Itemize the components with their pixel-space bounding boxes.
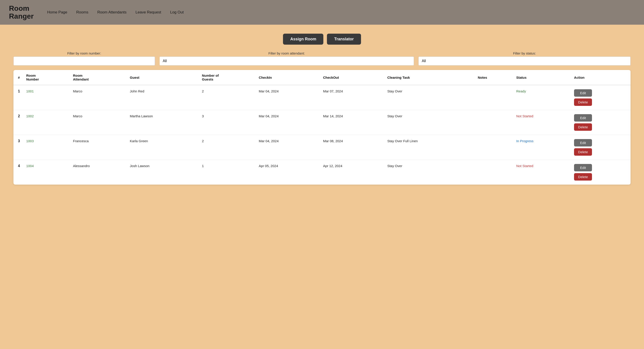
room-number-link-0[interactable]: 1001	[26, 89, 34, 93]
cell-checkin-3: Apr 05, 2024	[256, 160, 320, 185]
cell-room-number-3: 1004	[23, 160, 70, 185]
table-row: 2 1002 Marco Martha Lawson 3 Mar 04, 202…	[14, 110, 630, 135]
cell-cleaning-task-1: Stay Over	[384, 110, 475, 135]
status-badge-3: Not Started	[516, 164, 533, 168]
filter-attendant-label: Filter by room attendant:	[160, 51, 414, 55]
edit-button-0[interactable]: Edit	[574, 89, 592, 97]
col-room-number: RoomNumber	[23, 70, 70, 85]
assign-room-button[interactable]: Assign Room	[283, 34, 323, 45]
cell-room-number-1: 1002	[23, 110, 70, 135]
action-buttons-0: Edit Delete	[574, 89, 628, 106]
room-number-link-2[interactable]: 1003	[26, 139, 34, 143]
cell-index-0: 1	[14, 85, 23, 110]
cell-notes-1	[475, 110, 513, 135]
edit-button-1[interactable]: Edit	[574, 114, 592, 122]
col-checkout: CheckOut	[320, 70, 384, 85]
cell-room-number-0: 1001	[23, 85, 70, 110]
cell-index-1: 2	[14, 110, 23, 135]
cell-notes-0	[475, 85, 513, 110]
assignments-table-container: # RoomNumber RoomAttendant Guest Number …	[14, 70, 630, 184]
nav-logout[interactable]: Log Out	[170, 10, 184, 14]
cell-guest-0: John Red	[127, 85, 199, 110]
edit-button-3[interactable]: Edit	[574, 164, 592, 171]
col-num-guests: Number ofGuests	[199, 70, 256, 85]
cell-guest-1: Martha Lawson	[127, 110, 199, 135]
cell-cleaning-task-2: Stay Over Full Linen	[384, 135, 475, 160]
col-guest: Guest	[127, 70, 199, 85]
cell-checkout-2: Mar 08, 2024	[320, 135, 384, 160]
cell-status-3: Not Started	[513, 160, 571, 185]
status-badge-1: Not Started	[516, 114, 533, 118]
filter-attendant-group: Filter by room attendant:	[160, 51, 414, 66]
room-number-link-3[interactable]: 1004	[26, 164, 34, 168]
filter-status-input[interactable]	[418, 56, 630, 66]
translator-button[interactable]: Translator	[327, 34, 361, 45]
cell-checkout-1: Mar 14, 2024	[320, 110, 384, 135]
delete-button-1[interactable]: Delete	[574, 123, 592, 131]
filter-status-group: Filter by status:	[418, 51, 630, 66]
nav-leave-request[interactable]: Leave Request	[136, 10, 161, 14]
col-index: #	[14, 70, 23, 85]
cell-num-guests-3: 1	[199, 160, 256, 185]
cell-num-guests-0: 2	[199, 85, 256, 110]
cell-cleaning-task-0: Stay Over	[384, 85, 475, 110]
main-nav: Home Page Rooms Room Attendants Leave Re…	[47, 10, 184, 14]
cell-guest-2: Karla Green	[127, 135, 199, 160]
delete-button-0[interactable]: Delete	[574, 98, 592, 106]
cell-cleaning-task-3: Stay Over	[384, 160, 475, 185]
cell-attendant-3: Alessandro	[70, 160, 127, 185]
cell-action-2: Edit Delete	[571, 135, 630, 160]
action-buttons-2: Edit Delete	[574, 139, 628, 156]
status-badge-0: Ready	[516, 89, 526, 93]
cell-room-number-2: 1003	[23, 135, 70, 160]
app-logo: Room Ranger	[9, 4, 34, 20]
nav-home[interactable]: Home Page	[47, 10, 67, 14]
action-buttons-3: Edit Delete	[574, 164, 628, 180]
assignments-table: # RoomNumber RoomAttendant Guest Number …	[14, 70, 630, 184]
toolbar: Assign Room Translator	[14, 34, 630, 45]
col-checkin: CheckIn	[256, 70, 320, 85]
cell-checkout-0: Mar 07, 2024	[320, 85, 384, 110]
delete-button-2[interactable]: Delete	[574, 148, 592, 156]
cell-action-1: Edit Delete	[571, 110, 630, 135]
cell-action-3: Edit Delete	[571, 160, 630, 185]
nav-room-attendants[interactable]: Room Attendants	[97, 10, 126, 14]
nav-rooms[interactable]: Rooms	[76, 10, 88, 14]
delete-button-3[interactable]: Delete	[574, 173, 592, 180]
table-row: 3 1003 Francesca Karla Green 2 Mar 04, 2…	[14, 135, 630, 160]
filter-room-number-input[interactable]	[14, 56, 155, 66]
cell-checkout-3: Apr 12, 2024	[320, 160, 384, 185]
cell-checkin-1: Mar 04, 2024	[256, 110, 320, 135]
cell-index-2: 3	[14, 135, 23, 160]
cell-action-0: Edit Delete	[571, 85, 630, 110]
header: Room Ranger Home Page Rooms Room Attenda…	[0, 0, 644, 25]
col-notes: Notes	[475, 70, 513, 85]
cell-notes-3	[475, 160, 513, 185]
cell-status-0: Ready	[513, 85, 571, 110]
filter-row: Filter by room number: Filter by room at…	[14, 51, 630, 66]
room-number-link-1[interactable]: 1002	[26, 114, 34, 118]
edit-button-2[interactable]: Edit	[574, 139, 592, 146]
cell-checkin-2: Mar 04, 2024	[256, 135, 320, 160]
action-buttons-1: Edit Delete	[574, 114, 628, 131]
filter-room-number-group: Filter by room number:	[14, 51, 155, 66]
cell-checkin-0: Mar 04, 2024	[256, 85, 320, 110]
cell-num-guests-1: 3	[199, 110, 256, 135]
cell-status-2: In Progress	[513, 135, 571, 160]
cell-index-3: 4	[14, 160, 23, 185]
status-badge-2: In Progress	[516, 139, 534, 143]
table-header-row: # RoomNumber RoomAttendant Guest Number …	[14, 70, 630, 85]
col-cleaning-task: Cleaning Task	[384, 70, 475, 85]
col-status: Status	[513, 70, 571, 85]
filter-status-label: Filter by status:	[418, 51, 630, 55]
cell-guest-3: Josh Lawson	[127, 160, 199, 185]
cell-attendant-2: Francesca	[70, 135, 127, 160]
table-row: 1 1001 Marco John Red 2 Mar 04, 2024 Mar…	[14, 85, 630, 110]
table-row: 4 1004 Alessandro Josh Lawson 1 Apr 05, …	[14, 160, 630, 185]
filter-room-number-label: Filter by room number:	[14, 51, 155, 55]
main-content: Assign Room Translator Filter by room nu…	[0, 25, 644, 194]
cell-num-guests-2: 2	[199, 135, 256, 160]
filter-attendant-input[interactable]	[160, 56, 414, 66]
cell-attendant-0: Marco	[70, 85, 127, 110]
cell-notes-2	[475, 135, 513, 160]
